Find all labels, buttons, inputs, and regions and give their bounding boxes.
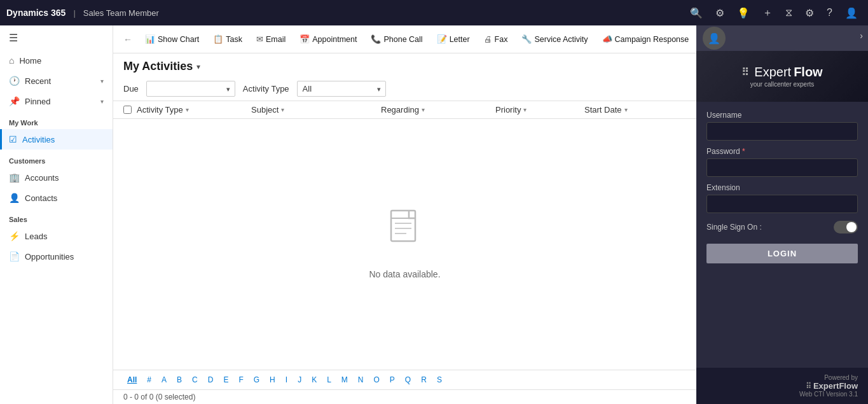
login-button[interactable]: LOGIN [706,244,858,263]
page-letter-p[interactable]: P [386,374,399,386]
select-all-checkbox[interactable] [123,106,132,114]
ef-powered-section: Powered by ⠿ ExpertFlow Web CTI Version … [696,368,868,404]
lightbulb-icon[interactable]: 💡 [733,4,754,22]
sidebar-item-home[interactable]: ⌂ Home [0,50,113,71]
page-letter-q[interactable]: Q [401,374,415,386]
table-header: Activity Type ▾ Subject ▾ Regarding ▾ Pr… [113,101,696,119]
page-letter-l[interactable]: L [323,374,335,386]
letter-button[interactable]: 📝 Letter [431,32,476,46]
due-label: Due [123,84,139,94]
activity-type-select-wrapper: All [297,81,386,97]
hamburger-menu[interactable]: ☰ [0,25,113,50]
col-priority-header[interactable]: Priority ▾ [495,105,584,115]
ef-login-form: Username Password * Extension Single Sig… [696,102,868,368]
page-letter-o[interactable]: O [370,374,383,386]
opportunities-icon: 📄 [9,251,20,261]
nav-divider: | [73,8,75,18]
page-letter-j[interactable]: J [294,374,305,386]
user-icon[interactable]: 👤 [841,4,862,22]
service-icon: 🔧 [521,34,532,44]
back-button[interactable]: ← [118,32,137,47]
page-letter-m[interactable]: M [338,374,352,386]
extension-input[interactable] [706,195,858,213]
subject-sort-icon: ▾ [281,106,284,113]
page-letter-hash[interactable]: # [143,374,155,386]
activities-icon: ☑ [9,134,17,144]
page-letter-f[interactable]: F [235,374,247,386]
due-select-wrapper [146,81,235,97]
ef-header-bar: 👤 › [696,25,868,51]
sidebar-item-accounts[interactable]: 🏢 Accounts [0,167,113,188]
col-start-date-header[interactable]: Start Date ▾ [584,105,686,115]
page-letter-h[interactable]: H [266,374,279,386]
gear-icon[interactable]: ⚙ [801,4,818,22]
sso-toggle[interactable] [834,221,858,233]
add-icon[interactable]: ＋ [759,4,776,22]
page-letter-n[interactable]: N [354,374,368,386]
extension-label: Extension [706,183,858,192]
page-letter-s[interactable]: S [433,374,446,386]
letter-icon: 📝 [437,34,447,44]
accounts-icon: 🏢 [9,172,20,183]
start-date-sort-icon: ▾ [624,106,628,113]
avatar: 👤 [703,27,726,50]
col-activity-type-header[interactable]: Activity Type ▾ [137,105,251,115]
campaign-response-button[interactable]: 📣 Campaign Response [596,32,696,46]
sidebar-item-activities[interactable]: ☑ Activities [0,129,113,150]
ef-logo: ⠿ ExpertFlow your callcenter experts [741,65,822,88]
col-subject-header[interactable]: Subject ▾ [251,105,381,115]
app-name: Sales Team Member [83,8,159,18]
appointment-button[interactable]: 📅 Appointment [293,32,363,46]
pinned-chevron-icon: ▾ [100,98,104,105]
sidebar-item-contacts[interactable]: 👤 Contacts [0,188,113,208]
sidebar-item-recent[interactable]: 🕐 Recent ▾ [0,71,113,91]
ef-panel-close-button[interactable]: › [860,31,863,41]
customers-section: Customers [0,150,113,167]
sidebar-item-opportunities[interactable]: 📄 Opportunities [0,246,113,267]
page-letter-b[interactable]: B [173,374,186,386]
phone-call-button[interactable]: 📞 Phone Call [364,32,429,46]
page-letter-i[interactable]: I [282,374,291,386]
email-icon: ✉ [256,34,263,44]
sales-section: Sales [0,208,113,226]
page-letter-g[interactable]: G [250,374,263,386]
powered-by-label: Powered by [706,374,858,381]
fax-button[interactable]: 🖨 Fax [478,32,514,46]
page-letter-c[interactable]: C [188,374,202,386]
task-button[interactable]: 📋 Task [207,32,249,46]
show-chart-button[interactable]: 📊 Show Chart [139,32,205,46]
activity-type-sort-icon: ▾ [186,106,189,113]
sidebar-item-pinned[interactable]: 📌 Pinned ▾ [0,91,113,111]
page-letter-r[interactable]: R [417,374,431,386]
page-letter-a[interactable]: A [158,374,170,386]
page-letter-k[interactable]: K [308,374,320,386]
email-button[interactable]: ✉ Email [250,32,292,46]
password-input[interactable] [706,158,858,177]
ef-logo-subtitle: your callcenter experts [741,81,822,88]
page-letter-e[interactable]: E [219,374,232,386]
due-select[interactable] [146,81,235,97]
ef-powered-logo: ⠿ ExpertFlow [706,381,858,391]
ef-logo-grid-icon: ⠿ [741,66,749,78]
activity-type-select[interactable]: All [297,81,386,97]
col-regarding-header[interactable]: Regarding ▾ [381,105,495,115]
activity-type-label: Activity Type [243,84,289,94]
username-input[interactable] [706,122,858,141]
svg-rect-0 [391,211,415,241]
settings-icon[interactable]: ⚙ [712,4,728,22]
page-letter-d[interactable]: D [204,374,217,386]
page-letter-all[interactable]: All [123,374,141,386]
phone-icon: 📞 [371,34,381,44]
contacts-icon: 👤 [9,193,20,203]
sso-label: Single Sign On : [706,223,762,232]
service-activity-button[interactable]: 🔧 Service Activity [515,32,594,46]
search-icon[interactable]: 🔍 [686,4,706,22]
help-icon[interactable]: ? [823,4,836,21]
filter-icon[interactable]: ⧖ [782,4,796,21]
status-bar: 0 - 0 of 0 (0 selected) [113,389,696,404]
home-icon: ⌂ [9,55,14,66]
sidebar-item-leads[interactable]: ⚡ Leads [0,226,113,246]
priority-sort-icon: ▾ [523,106,527,113]
version-label: Web CTI Version 3.1 [706,391,858,398]
page-title-chevron-icon[interactable]: ▾ [196,62,200,71]
